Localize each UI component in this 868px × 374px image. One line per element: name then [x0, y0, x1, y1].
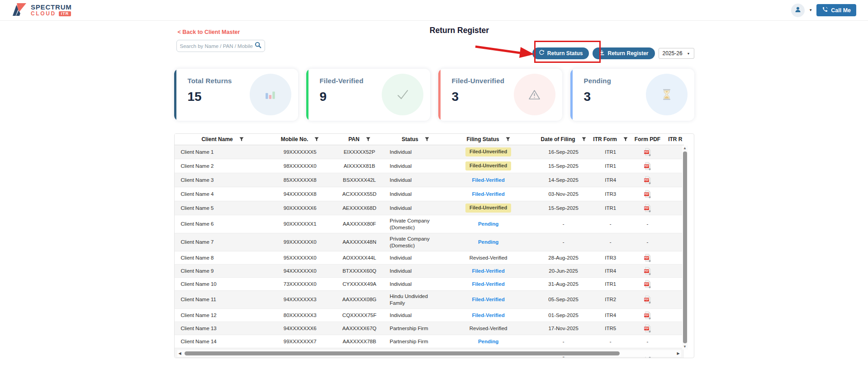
- table-row: Client Name 494XXXXXXX8ACXXXXX55DIndivid…: [175, 187, 684, 201]
- client-name-cell: Client Name 9: [175, 268, 271, 274]
- scroll-down-arrow-icon[interactable]: ▼: [682, 344, 688, 350]
- form-pdf-icon[interactable]: PDF: [644, 268, 651, 273]
- status-cell: Private Company (Domestic): [389, 218, 441, 231]
- filing-status-link[interactable]: Filed-Verified: [472, 191, 504, 197]
- call-me-button[interactable]: Call Me: [816, 4, 856, 16]
- form-pdf-icon[interactable]: PDF: [644, 191, 651, 196]
- user-menu-caret-icon[interactable]: ▼: [809, 8, 812, 12]
- itr-form-cell: ITR4: [592, 177, 630, 183]
- filing-status-link[interactable]: Pending: [478, 339, 498, 344]
- form-pdf-cell: -: [630, 338, 665, 345]
- client-name-cell: Client Name 10: [175, 281, 271, 287]
- svg-text:PDF: PDF: [645, 151, 649, 153]
- mobile-cell: 99XXXXXXX5: [271, 149, 329, 155]
- card-accent: [174, 69, 176, 121]
- table-body: Client Name 199XXXXXXX5EIXXXXX52PIndivid…: [175, 145, 684, 358]
- filing-status-link[interactable]: Filed-Verified: [472, 281, 504, 287]
- form-pdf-icon[interactable]: PDF: [644, 205, 651, 210]
- form-pdf-cell: PDF: [630, 176, 665, 185]
- refresh-icon: [539, 50, 545, 57]
- search-icon[interactable]: [255, 42, 261, 50]
- call-me-label: Call Me: [831, 7, 851, 14]
- form-pdf-icon[interactable]: PDF: [644, 149, 651, 154]
- assessment-year-dropdown[interactable]: 2025-26 ▼: [659, 48, 694, 59]
- pan-cell: BTXXXXX60Q: [329, 268, 390, 274]
- column-label: Date of Filing: [541, 136, 575, 142]
- phone-icon: [822, 6, 828, 14]
- svg-text:PDF: PDF: [645, 256, 649, 259]
- filter-icon[interactable]: [239, 137, 244, 142]
- form-pdf-icon[interactable]: PDF: [644, 281, 651, 286]
- mobile-cell: 90XXXXXXX1: [271, 221, 329, 227]
- card-value: 3: [584, 90, 591, 104]
- svg-text:PDF: PDF: [645, 179, 649, 181]
- card-value: 9: [320, 90, 327, 104]
- scroll-right-arrow-icon[interactable]: ▶: [676, 351, 681, 355]
- filing-status-link[interactable]: Filed-Verified: [472, 297, 504, 302]
- form-pdf-icon[interactable]: PDF: [644, 312, 651, 317]
- itr-form-cell: ITR4: [592, 268, 630, 274]
- svg-text:PDF: PDF: [645, 283, 649, 285]
- form-pdf-cell: PDF: [630, 190, 665, 199]
- filter-icon[interactable]: [506, 137, 510, 142]
- filter-icon[interactable]: [425, 137, 429, 142]
- status-cell: Individual: [389, 149, 441, 155]
- form-pdf-cell: PDF: [630, 254, 665, 262]
- form-pdf-cell: PDF: [630, 162, 665, 170]
- pan-cell: AEXXXXX68D: [329, 205, 390, 211]
- filter-icon[interactable]: [314, 137, 319, 142]
- filing-status-cell: Filed-Verified: [441, 268, 535, 274]
- main-content: < Back to Client Master Return Register …: [174, 21, 694, 374]
- app-logo: SPECTRUM CLOUD ITR: [12, 2, 72, 19]
- form-pdf-icon[interactable]: PDF: [644, 177, 651, 182]
- date-of-filing-cell: 03-Nov-2025: [536, 191, 592, 197]
- table-row: Client Name 994XXXXXXX0BTXXXXX60QIndivid…: [175, 265, 684, 278]
- column-header-client-name: Client Name: [175, 136, 271, 142]
- card-pending: Pending 3: [570, 69, 694, 121]
- status-cell: Individual: [389, 268, 441, 274]
- filing-status-badge: Filed-Unverified: [465, 147, 511, 156]
- client-search-box: [176, 40, 265, 52]
- client-name-cell: Client Name 4: [175, 191, 271, 197]
- vertical-scroll-thumb[interactable]: [683, 151, 687, 343]
- return-status-button[interactable]: Return Status: [532, 47, 589, 59]
- horizontal-scroll-thumb[interactable]: [185, 351, 620, 355]
- bar-chart-icon: [250, 74, 291, 115]
- column-label: ITR Form: [593, 136, 617, 142]
- form-pdf-icon[interactable]: PDF: [644, 255, 651, 260]
- itr-form-cell: ITR1: [592, 205, 630, 211]
- card-label: Pending: [584, 77, 612, 85]
- search-input[interactable]: [180, 43, 255, 49]
- svg-text:PDF: PDF: [645, 298, 649, 301]
- status-cell: Individual: [389, 177, 441, 183]
- horizontal-scrollbar[interactable]: ◀ ▶: [177, 350, 681, 357]
- user-avatar[interactable]: [791, 4, 805, 17]
- form-pdf-icon[interactable]: PDF: [644, 297, 651, 302]
- column-header-status: Status: [389, 136, 441, 142]
- filing-status-badge: Filed-Unverified: [465, 204, 511, 213]
- filter-icon[interactable]: [366, 137, 370, 142]
- card-filed-verified: Filed-Verified 9: [306, 69, 430, 121]
- scroll-up-arrow-icon[interactable]: ▲: [682, 146, 688, 151]
- filing-status-link[interactable]: Filed-Verified: [472, 268, 504, 274]
- form-pdf-icon[interactable]: PDF: [644, 325, 651, 331]
- filing-status-link[interactable]: Pending: [478, 221, 498, 227]
- brand-subname: CLOUD: [31, 11, 56, 17]
- filter-icon[interactable]: [623, 137, 628, 142]
- filing-status-link[interactable]: Filed-Verified: [472, 312, 504, 318]
- mobile-cell: 98XXXXXXX0: [271, 163, 329, 169]
- vertical-scrollbar[interactable]: ▲ ▼: [682, 146, 688, 350]
- filing-status-link[interactable]: Filed-Verified: [472, 177, 504, 183]
- client-name-cell: Client Name 12: [175, 312, 271, 318]
- scroll-left-arrow-icon[interactable]: ◀: [177, 351, 183, 355]
- client-name-cell: Client Name 13: [175, 325, 271, 331]
- filing-status-link[interactable]: Pending: [478, 239, 498, 245]
- form-pdf-icon[interactable]: PDF: [644, 163, 651, 168]
- column-label: Status: [402, 136, 418, 142]
- pan-cell: AOXXXXX44L: [329, 255, 390, 261]
- return-register-button[interactable]: Return Register: [593, 47, 655, 59]
- filing-status-cell: Filed-Verified: [441, 296, 535, 303]
- filing-status-cell: Revised-Verified: [441, 255, 535, 261]
- filter-icon[interactable]: [582, 137, 586, 142]
- itr-form-cell: ITR3: [592, 255, 630, 261]
